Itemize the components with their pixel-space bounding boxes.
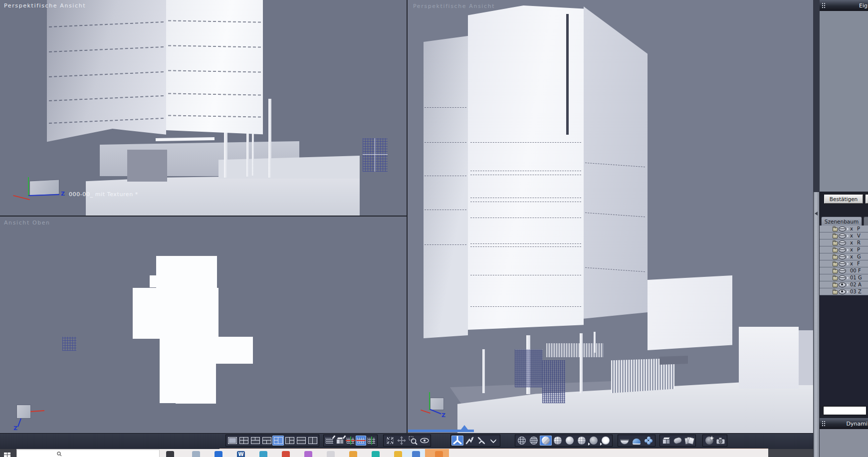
layout-2top-1bottom-button[interactable]: [249, 436, 261, 446]
camera-button[interactable]: [715, 436, 726, 446]
zoom-region-button[interactable]: [407, 436, 419, 446]
scene-tree-row[interactable]: x_ V: [820, 232, 868, 239]
matte-sphere-button[interactable]: [588, 436, 600, 446]
scene-tree-row[interactable]: 00 F: [820, 267, 868, 274]
taskbar-icon-red-ring-app[interactable]: [282, 451, 290, 457]
expand-arrow-icon[interactable]: [847, 276, 849, 279]
lock-icon[interactable]: [833, 269, 838, 273]
confirm-button[interactable]: Bestätigen: [824, 195, 863, 204]
lock-icon[interactable]: [833, 234, 838, 238]
expand-arrow-icon[interactable]: [847, 283, 849, 286]
viewport-perspective-2[interactable]: Z Perspektifische Ansicht: [408, 0, 813, 433]
orbit-constrained-button[interactable]: [475, 436, 487, 446]
taskbar-icon-blue-app[interactable]: [215, 451, 222, 457]
viewport-divider-h[interactable]: [0, 216, 407, 217]
slab-stack-button[interactable]: [683, 436, 695, 446]
properties-panel-header[interactable]: Eig: [820, 0, 868, 11]
expand-arrow-icon[interactable]: [847, 262, 849, 265]
scene-tree-row[interactable]: x_ P: [820, 226, 868, 232]
viewport-top-view[interactable]: Z Ansicht Oben: [0, 217, 407, 433]
wireframe-sphere-button[interactable]: [516, 436, 528, 446]
grid-edit-button[interactable]: [324, 436, 335, 446]
move-down-button[interactable]: [487, 436, 499, 446]
scene-tree-row[interactable]: x_ R: [820, 239, 868, 246]
grid-red-green-axes-button[interactable]: [345, 436, 356, 446]
layout-2cols-button[interactable]: [307, 436, 318, 446]
shaded-wire-sphere-button[interactable]: [552, 436, 564, 446]
expand-arrow-icon[interactable]: [847, 234, 849, 237]
layout-left-tall-right-split-button[interactable]: [284, 436, 295, 446]
scene-tree-tab[interactable]: Szenenbaum: [821, 217, 862, 226]
taskbar-icon-teal-monitor[interactable]: [259, 451, 267, 457]
layout-left-split-right-tall-button[interactable]: [272, 436, 284, 446]
grid-green-axis-button[interactable]: [366, 436, 377, 446]
lock-icon[interactable]: [833, 248, 838, 252]
smooth-wire-sphere-button[interactable]: [576, 436, 588, 446]
layout-quad-button[interactable]: [238, 436, 249, 446]
taskbar-icon-compass-app[interactable]: [412, 451, 420, 457]
taskbar-icon-pale-app[interactable]: [327, 451, 335, 457]
lock-icon[interactable]: [833, 283, 838, 287]
taskbar-icon-task-view[interactable]: [166, 451, 174, 457]
smooth-sphere-button[interactable]: [564, 436, 576, 446]
drag-handle-icon[interactable]: [822, 421, 826, 427]
pan-view-button[interactable]: [396, 436, 407, 446]
glow-sphere-button[interactable]: [600, 436, 612, 446]
eye-closed-icon[interactable]: [839, 261, 846, 266]
expand-arrow-icon[interactable]: [847, 290, 849, 293]
viewport-divider-v[interactable]: [407, 0, 408, 433]
eye-closed-icon[interactable]: [839, 254, 846, 259]
expand-arrow-icon[interactable]: [847, 248, 849, 251]
eye-closed-icon[interactable]: [839, 275, 846, 280]
eye-closed-icon[interactable]: [839, 268, 846, 273]
taskbar-icon-word[interactable]: W: [237, 451, 245, 457]
lock-icon[interactable]: [833, 276, 838, 280]
taskbar-icon-teal-circle-app[interactable]: [372, 451, 380, 457]
eye-closed-icon[interactable]: [839, 240, 846, 245]
object-edit-button[interactable]: [335, 436, 345, 446]
taskbar-icon-orange-app[interactable]: [435, 451, 443, 457]
orbit-free-button[interactable]: [463, 436, 475, 446]
grid-red-axis-button[interactable]: [356, 436, 366, 446]
layout-1top-2bottom-button[interactable]: [261, 436, 272, 446]
lock-icon[interactable]: [833, 255, 838, 259]
bowl-button[interactable]: [619, 436, 631, 446]
lock-icon[interactable]: [833, 241, 838, 245]
expand-arrow-icon[interactable]: [847, 228, 849, 230]
cylinder-button[interactable]: [672, 436, 683, 446]
cube-button[interactable]: [660, 436, 672, 446]
layout-single-button[interactable]: [226, 436, 238, 446]
fit-view-button[interactable]: [384, 436, 396, 446]
eye-closed-icon[interactable]: [839, 247, 846, 252]
scene-tree-row[interactable]: 03 Z: [820, 288, 868, 295]
layout-2rows-button[interactable]: [295, 436, 307, 446]
drag-handle-icon[interactable]: [822, 2, 826, 8]
secondary-button[interactable]: [866, 195, 868, 204]
orbit-axis-button[interactable]: [451, 436, 463, 446]
eye-closed-icon[interactable]: [839, 227, 846, 231]
scene-tree-row[interactable]: 01 G: [820, 274, 868, 281]
panel-splitter[interactable]: [813, 192, 820, 457]
dense-wireframe-sphere-button[interactable]: [528, 436, 540, 446]
viewport-marker[interactable]: [461, 425, 468, 430]
lock-icon[interactable]: [833, 228, 838, 231]
collapse-arrow-icon[interactable]: [815, 212, 818, 216]
panel-input[interactable]: [823, 406, 867, 415]
eye-open-icon[interactable]: [839, 289, 846, 294]
flat-shaded-sphere-button[interactable]: [540, 436, 552, 446]
lock-icon[interactable]: [833, 262, 838, 266]
eye-open-icon[interactable]: [839, 282, 846, 287]
scene-tree-row[interactable]: x_ G: [820, 253, 868, 260]
dynamics-panel-header[interactable]: Dynami: [820, 418, 868, 429]
eye-closed-icon[interactable]: [839, 233, 846, 238]
taskbar-icon-browser-swoosh[interactable]: [192, 451, 200, 457]
scene-tree-row[interactable]: 02 A: [820, 281, 868, 288]
taskbar-icon-purple-app[interactable]: [304, 451, 312, 457]
taskbar-icon-folder[interactable]: [349, 451, 357, 457]
sphere-cluster-button[interactable]: [643, 436, 654, 446]
expand-arrow-icon[interactable]: [847, 255, 849, 258]
next-tab-sliver[interactable]: [864, 217, 868, 226]
dome-button[interactable]: [631, 436, 643, 446]
scene-tree-row[interactable]: x_ P: [820, 246, 868, 253]
render-sphere-button[interactable]: [703, 436, 715, 446]
